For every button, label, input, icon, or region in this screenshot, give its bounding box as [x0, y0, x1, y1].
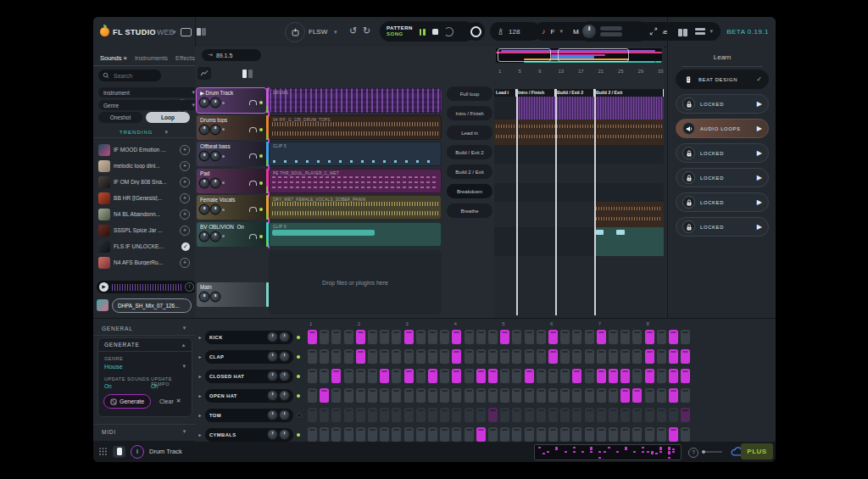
step-cell[interactable]: [308, 408, 317, 422]
channel-pill[interactable]: KICK: [205, 331, 293, 344]
sound-list-item[interactable]: melodic loop dini...+: [97, 158, 192, 174]
add-sound-icon[interactable]: +: [180, 145, 190, 155]
step-cell[interactable]: [609, 427, 618, 442]
channel-pan-knob[interactable]: [280, 371, 289, 381]
master-volume-pill[interactable]: [579, 21, 648, 42]
step-cell[interactable]: [392, 330, 401, 344]
zoom-slider[interactable]: [702, 451, 722, 453]
song-minimap[interactable]: [496, 48, 662, 63]
generate-button[interactable]: Generate: [103, 394, 151, 409]
step-cell[interactable]: [380, 408, 389, 422]
track-header-offbeat-bass[interactable]: Offbeat bass: [197, 142, 266, 166]
step-cell[interactable]: [368, 388, 377, 403]
step-cell[interactable]: [657, 408, 666, 422]
step-cell[interactable]: [452, 349, 461, 364]
step-cell[interactable]: [500, 427, 509, 442]
step-cell[interactable]: [428, 427, 437, 442]
step-cell[interactable]: [500, 408, 509, 422]
step-cell[interactable]: [572, 349, 581, 364]
step-cell[interactable]: [585, 408, 594, 422]
selected-sound-name[interactable]: DHPA_SH_Mix_07_126...: [112, 298, 192, 313]
step-cell[interactable]: [500, 369, 509, 383]
step-cell[interactable]: [681, 388, 690, 403]
step-cell[interactable]: [320, 388, 329, 403]
step-cell[interactable]: [331, 330, 341, 344]
step-cell[interactable]: [500, 330, 509, 344]
panel-left-icon[interactable]: [678, 29, 687, 36]
headphones-icon[interactable]: [249, 181, 257, 186]
step-cell[interactable]: [657, 330, 666, 344]
step-cell[interactable]: [344, 349, 353, 364]
channel-led[interactable]: [297, 336, 300, 339]
step-cell[interactable]: [404, 408, 414, 422]
oneshot-toggle[interactable]: Oneshot: [98, 112, 142, 123]
step-cell[interactable]: [331, 427, 341, 442]
step-cell[interactable]: [428, 349, 437, 364]
grid-icon[interactable]: [98, 447, 108, 456]
section-breathe[interactable]: Breathe: [447, 203, 492, 218]
step-cell[interactable]: [465, 427, 474, 442]
step-cell[interactable]: [476, 408, 486, 422]
step-cell[interactable]: [597, 388, 606, 403]
step-cell[interactable]: [537, 427, 546, 442]
update-sounds-value[interactable]: On: [104, 383, 112, 389]
step-cell[interactable]: [368, 349, 377, 364]
step-cell[interactable]: [597, 408, 606, 422]
general-section-header[interactable]: GENERAL▾: [93, 321, 195, 336]
sound-list-item[interactable]: SSSPL Spice Jar ...+: [97, 222, 192, 238]
project-name[interactable]: FLSW: [309, 28, 327, 36]
search-input[interactable]: [112, 72, 153, 80]
channel-led[interactable]: [297, 433, 300, 437]
track-led[interactable]: [259, 154, 263, 158]
learn-item-locked[interactable]: LOCKED▶: [676, 168, 769, 187]
step-cell[interactable]: [308, 388, 317, 403]
tab-instruments[interactable]: Instruments: [135, 54, 168, 62]
step-cell[interactable]: [440, 330, 449, 344]
step-cell[interactable]: [308, 369, 317, 383]
step-cell[interactable]: [440, 349, 449, 364]
step-cell[interactable]: [585, 330, 594, 344]
step-cell[interactable]: [669, 330, 678, 344]
pattern-preview[interactable]: [534, 444, 682, 460]
step-cell[interactable]: [548, 330, 558, 344]
step-cell[interactable]: [620, 388, 630, 403]
step-cell[interactable]: [368, 330, 377, 344]
channel-expand-icon[interactable]: ▸: [195, 334, 205, 340]
section-build-2-exit[interactable]: Build 2 / Exit: [447, 164, 492, 179]
step-cell[interactable]: [344, 427, 353, 442]
step-cell[interactable]: [537, 388, 546, 403]
step-cell[interactable]: [585, 388, 594, 403]
track-header-main[interactable]: Main: [197, 282, 266, 307]
step-cell[interactable]: [320, 349, 329, 364]
display-mode-icon[interactable]: [181, 28, 192, 36]
key-chevron-icon[interactable]: ▾: [559, 28, 563, 35]
step-cell[interactable]: [609, 388, 618, 403]
step-cell[interactable]: [488, 349, 498, 364]
sound-list-item[interactable]: FLS IF UNLOCKE...✓: [97, 238, 192, 254]
arrangement-clip[interactable]: [594, 202, 664, 227]
step-cell[interactable]: [476, 330, 486, 344]
step-cell[interactable]: [428, 388, 437, 403]
step-cell[interactable]: [548, 388, 558, 403]
step-cell[interactable]: [344, 369, 353, 383]
step-cell[interactable]: [560, 330, 570, 344]
stop-icon[interactable]: [432, 29, 438, 35]
learn-item-locked[interactable]: LOCKED▶: [676, 192, 769, 212]
step-cell[interactable]: [597, 349, 606, 364]
track-pan-knob[interactable]: [211, 152, 220, 160]
step-cell[interactable]: [620, 330, 630, 344]
step-cell[interactable]: [585, 349, 594, 364]
step-cell[interactable]: [512, 369, 521, 383]
clip-female-vocals[interactable]: DRY_WET_FEMALE_VOCALS_SOBER_PANIN: [269, 195, 442, 220]
clip-offbeat-bass[interactable]: CLIP 5: [269, 142, 442, 166]
track-pan-knob[interactable]: [211, 179, 220, 187]
step-cell[interactable]: [537, 408, 546, 422]
sound-list-item[interactable]: BB HR [[Genesis]...+: [97, 190, 192, 206]
step-cell[interactable]: [500, 388, 509, 403]
check-icon[interactable]: ✓: [756, 75, 762, 83]
step-cell[interactable]: [404, 427, 414, 442]
step-cell[interactable]: [392, 427, 401, 442]
step-cell[interactable]: [669, 388, 678, 403]
section-full-loop[interactable]: Full loop: [447, 86, 492, 101]
step-cell[interactable]: [632, 330, 642, 344]
